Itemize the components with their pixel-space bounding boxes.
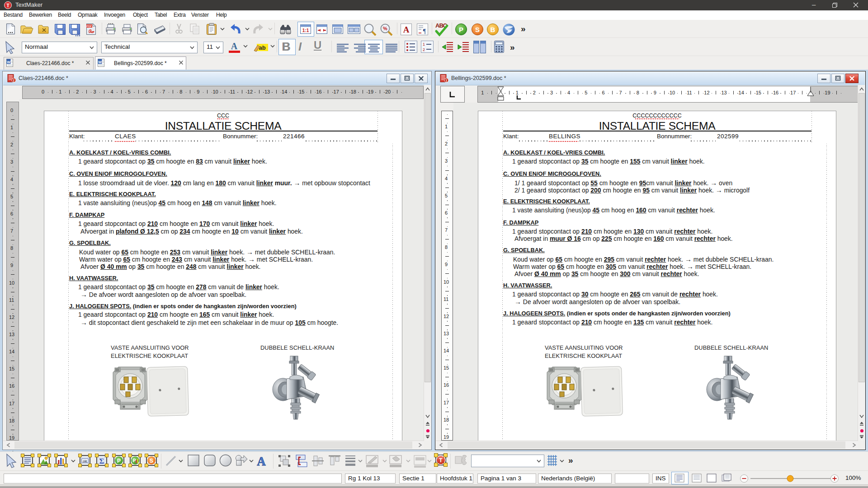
svg-text:S: S [150, 458, 153, 464]
svg-text:T: T [13, 79, 15, 82]
svg-text:W: W [7, 60, 10, 64]
svg-text:P: P [459, 26, 463, 33]
svg-text:B: B [491, 26, 495, 33]
svg-text:%: % [383, 26, 387, 31]
svg-text:S: S [475, 26, 480, 33]
svg-text:P: P [117, 458, 121, 464]
svg-text:P: P [132, 458, 136, 463]
svg-text:A: A [257, 455, 266, 468]
svg-text:1: 1 [423, 42, 425, 47]
svg-text:W: W [98, 60, 102, 64]
svg-text:T: T [6, 3, 9, 8]
svg-text:PDF: PDF [87, 25, 92, 28]
svg-text:ab: ab [259, 44, 265, 51]
svg-text:ole: ole [83, 459, 87, 463]
svg-text:A: A [403, 25, 410, 34]
svg-text:T: T [445, 79, 448, 82]
svg-text:Σ: Σ [99, 457, 104, 465]
svg-text:T: T [439, 457, 443, 464]
svg-text:¶: ¶ [423, 28, 426, 35]
svg-text:A: A [231, 41, 238, 51]
svg-text:2: 2 [423, 47, 425, 52]
svg-text:1:1: 1:1 [302, 28, 309, 33]
